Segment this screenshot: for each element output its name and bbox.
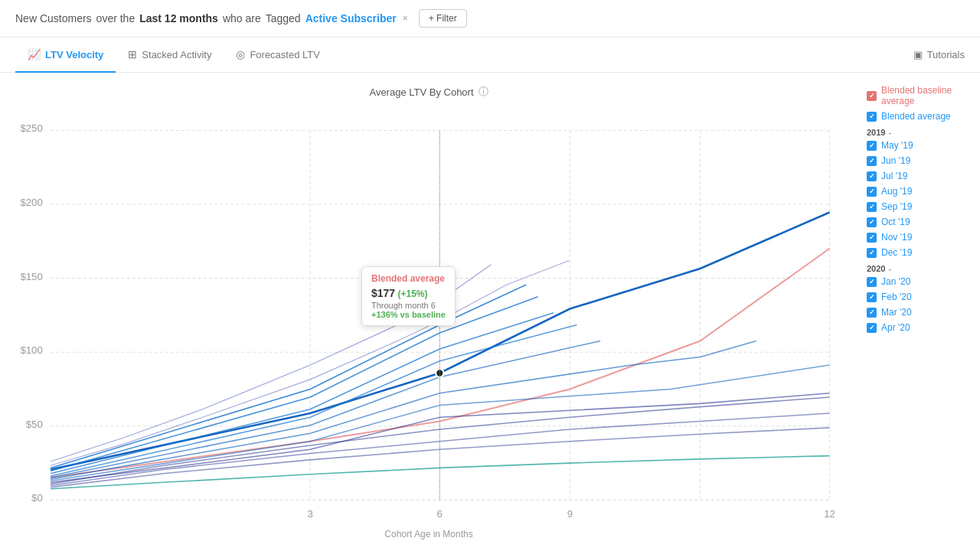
legend-jan20[interactable]: Jan '20: [867, 276, 971, 287]
legend-checkbox-jun19[interactable]: [867, 156, 877, 166]
legend-may19-label: May '19: [881, 140, 913, 151]
legend-jul19[interactable]: Jul '19: [867, 171, 971, 181]
legend-jun19[interactable]: Jun '19: [867, 155, 971, 166]
ltv-chart: .grid-line { stroke: #e0e0e0; stroke-wid…: [8, 108, 850, 526]
legend-dec19-label: Dec '19: [881, 247, 912, 258]
legend-checkbox-sep19[interactable]: [867, 202, 877, 212]
legend-jun19-label: Jun '19: [881, 155, 910, 166]
legend-blended-baseline-label: Blended baseline average: [881, 85, 971, 106]
legend-mar20-label: Mar '20: [881, 307, 912, 318]
legend-oct19[interactable]: Oct '19: [867, 217, 971, 227]
legend-sep19-label: Sep '19: [881, 201, 912, 212]
stacked-activity-icon: ⊞: [128, 48, 137, 60]
new-customers-label: New Customers: [15, 12, 92, 24]
header-bar: New Customers over the Last 12 months wh…: [0, 0, 980, 37]
legend-oct19-label: Oct '19: [881, 217, 910, 227]
legend-checkbox-aug19[interactable]: [867, 187, 877, 197]
legend-checkbox-jan20[interactable]: [867, 277, 877, 287]
chart-title: Average LTV By Cohort ⓘ: [369, 85, 488, 99]
legend-checkbox-jul19[interactable]: [867, 171, 877, 181]
filter-button[interactable]: + Filter: [419, 9, 467, 28]
active-subscriber-tag[interactable]: Active Subscriber: [305, 12, 397, 24]
legend-checkbox-mar20[interactable]: [867, 308, 877, 318]
svg-text:12: 12: [824, 508, 835, 520]
main-content: Average LTV By Cohort ⓘ .grid-line { str…: [0, 73, 980, 547]
tutorials-button[interactable]: ▣ Tutorials: [913, 49, 965, 60]
tab-ltv-velocity[interactable]: 📈 LTV Velocity: [15, 37, 116, 73]
legend-may19[interactable]: May '19: [867, 140, 971, 151]
tabs-left: 📈 LTV Velocity ⊞ Stacked Activity ◎ Fore…: [15, 37, 332, 72]
legend-checkbox-apr20[interactable]: [867, 323, 877, 333]
legend-checkbox-feb20[interactable]: [867, 292, 877, 302]
chart-wrapper: .grid-line { stroke: #e0e0e0; stroke-wid…: [8, 108, 850, 526]
svg-text:$200: $200: [20, 197, 42, 208]
legend-jan20-label: Jan '20: [881, 276, 910, 287]
who-are-label: who are: [223, 12, 261, 24]
legend-group-2019: 2019 -: [867, 128, 971, 137]
legend-apr20[interactable]: Apr '20: [867, 322, 971, 333]
svg-text:3: 3: [308, 508, 313, 520]
legend-checkbox-nov19[interactable]: [867, 233, 877, 243]
svg-text:$50: $50: [26, 419, 43, 430]
legend-blended-avg[interactable]: Blended average: [867, 111, 971, 122]
tab-stacked-activity-label: Stacked Activity: [142, 49, 211, 60]
svg-text:$100: $100: [20, 344, 42, 356]
legend-checkbox-dec19[interactable]: [867, 248, 877, 258]
svg-text:$150: $150: [20, 271, 42, 282]
legend-checkbox-oct19[interactable]: [867, 217, 877, 227]
legend-nov19-label: Nov '19: [881, 232, 912, 243]
legend-dec19[interactable]: Dec '19: [867, 247, 971, 258]
legend-feb20-label: Feb '20: [881, 292, 912, 302]
svg-text:9: 9: [567, 508, 573, 520]
legend-checkbox-baseline[interactable]: [867, 91, 877, 101]
tab-ltv-velocity-label: LTV Velocity: [45, 49, 103, 60]
legend-nov19[interactable]: Nov '19: [867, 232, 971, 243]
tagged-label: Tagged: [266, 12, 301, 24]
legend-group-2020: 2020 -: [867, 264, 971, 273]
ltv-velocity-icon: 📈: [28, 48, 41, 60]
legend-aug19[interactable]: Aug '19: [867, 186, 971, 197]
x-axis-label: Cohort Age in Months: [384, 529, 472, 540]
legend-aug19-label: Aug '19: [881, 186, 912, 197]
legend-apr20-label: Apr '20: [881, 322, 910, 333]
legend-blended-avg-label: Blended average: [881, 111, 951, 122]
info-icon[interactable]: ⓘ: [479, 85, 488, 99]
legend-mar20[interactable]: Mar '20: [867, 307, 971, 318]
legend-jul19-label: Jul '19: [881, 171, 907, 181]
legend-checkbox-may19[interactable]: [867, 141, 877, 151]
svg-text:$250: $250: [20, 122, 42, 134]
forecasted-ltv-icon: ◎: [236, 48, 245, 60]
chart-area: Average LTV By Cohort ⓘ .grid-line { str…: [0, 73, 858, 547]
tutorials-icon: ▣: [913, 49, 923, 60]
tag-close-icon[interactable]: ×: [403, 13, 408, 24]
legend-blended-baseline[interactable]: Blended baseline average: [867, 85, 971, 106]
tab-forecasted-ltv-label: Forecasted LTV: [250, 49, 320, 60]
legend-sidebar: Blended baseline average Blended average…: [858, 73, 980, 547]
legend-sep19[interactable]: Sep '19: [867, 201, 971, 212]
tutorials-label: Tutorials: [927, 49, 965, 60]
legend-checkbox-avg[interactable]: [867, 112, 877, 122]
svg-text:6: 6: [437, 508, 443, 520]
tab-stacked-activity[interactable]: ⊞ Stacked Activity: [116, 37, 224, 73]
period-label[interactable]: Last 12 months: [139, 12, 218, 24]
svg-text:$0: $0: [31, 492, 43, 504]
tab-forecasted-ltv[interactable]: ◎ Forecasted LTV: [224, 37, 332, 73]
legend-feb20[interactable]: Feb '20: [867, 292, 971, 302]
tabs-bar: 📈 LTV Velocity ⊞ Stacked Activity ◎ Fore…: [0, 37, 980, 73]
over-the-label: over the: [96, 12, 136, 24]
